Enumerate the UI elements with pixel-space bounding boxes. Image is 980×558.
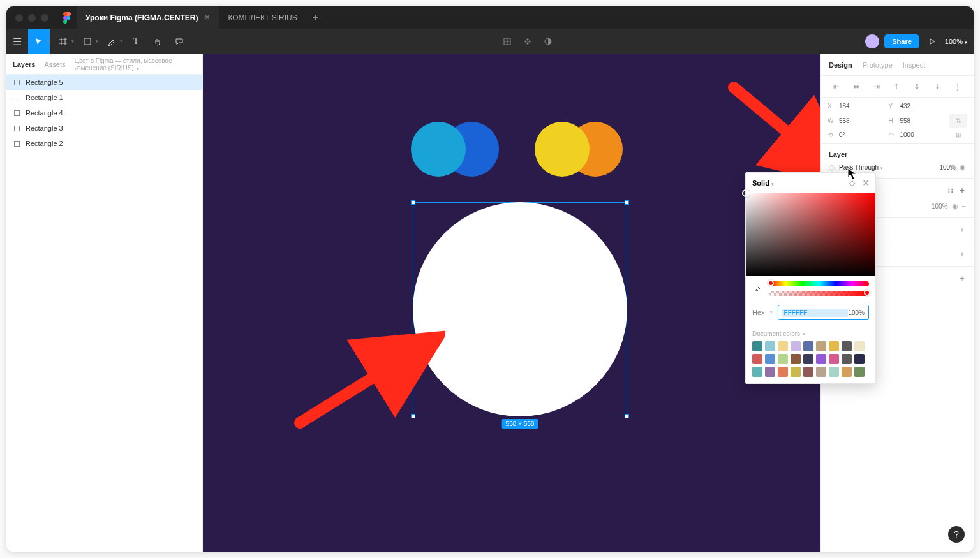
x-field[interactable]: X184 (828, 103, 885, 110)
eye-icon[interactable]: ◉ (952, 202, 958, 210)
color-swatch[interactable] (791, 354, 801, 364)
mask-icon[interactable] (539, 29, 557, 54)
align-bottom-icon[interactable]: ⤓ (934, 82, 940, 91)
add-icon[interactable]: ＋ (953, 249, 966, 260)
close-icon[interactable]: ✕ (204, 13, 210, 22)
add-icon[interactable]: ＋ (953, 224, 966, 235)
hand-tool[interactable] (147, 29, 168, 54)
move-tool[interactable] (28, 29, 50, 54)
shape-yellow[interactable] (535, 122, 590, 177)
canvas[interactable]: 558 × 558 (203, 54, 820, 552)
color-swatch[interactable] (854, 367, 865, 377)
rotation-field[interactable]: ⟲0° (828, 131, 885, 138)
fill-opacity-field[interactable]: 100% (932, 203, 948, 210)
color-swatch[interactable] (803, 367, 813, 377)
tab-inspect[interactable]: Inspect (903, 61, 925, 69)
figma-logo-icon[interactable] (57, 12, 77, 24)
radius-expand-icon[interactable]: ⊞ (949, 131, 967, 138)
styles-icon[interactable]: ◇ (849, 179, 855, 187)
radius-field[interactable]: ◠1000 (889, 131, 946, 138)
alpha-slider[interactable] (769, 291, 869, 296)
align-hcenter-icon[interactable]: ⇔ (853, 82, 859, 91)
color-swatch[interactable] (765, 341, 775, 351)
color-swatch[interactable] (854, 341, 865, 351)
color-swatch[interactable] (752, 367, 762, 377)
distribute-icon[interactable]: ⋮ (954, 82, 961, 91)
page-name[interactable]: Цвет в Figma — стили, массовое изменение… (75, 57, 197, 71)
color-swatch[interactable] (803, 341, 813, 351)
color-swatch[interactable] (778, 367, 788, 377)
color-swatch[interactable] (791, 367, 801, 377)
tab-prototype[interactable]: Prototype (863, 61, 893, 69)
comment-tool[interactable] (168, 29, 190, 54)
color-swatch[interactable] (854, 354, 865, 364)
color-swatch[interactable] (752, 341, 762, 351)
color-swatch[interactable] (752, 354, 762, 364)
color-swatch[interactable] (765, 354, 775, 364)
color-swatch[interactable] (842, 341, 852, 351)
shape-tool[interactable] (77, 29, 98, 54)
close-icon[interactable]: ✕ (863, 179, 869, 187)
color-swatch[interactable] (829, 367, 839, 377)
layer-item[interactable]: Rectangle 1 (6, 90, 202, 105)
tab-inactive[interactable]: КОМПЛЕКТ SIRIUS (219, 6, 306, 29)
color-swatch[interactable] (816, 367, 826, 377)
add-icon[interactable]: ＋ (953, 273, 966, 284)
add-icon[interactable]: ＋ (953, 185, 966, 196)
eye-icon[interactable]: ◉ (960, 163, 966, 172)
document-colors-label[interactable]: Document colors▾ (752, 330, 869, 337)
frame-tool[interactable] (52, 29, 74, 54)
tab-layers[interactable]: Layers (13, 61, 35, 68)
h-field[interactable]: H558 (889, 117, 946, 124)
align-right-icon[interactable]: ⇥ (873, 82, 880, 91)
color-swatch[interactable] (791, 341, 801, 351)
color-swatch[interactable] (829, 341, 839, 351)
pen-tool[interactable] (101, 29, 122, 54)
tab-assets[interactable]: Assets (44, 61, 65, 68)
share-button[interactable]: Share (884, 34, 919, 48)
layer-item[interactable]: Rectangle 3 (6, 121, 202, 136)
w-field[interactable]: W558 (828, 117, 885, 124)
blend-mode-icon[interactable]: ◌ (829, 163, 835, 172)
layer-opacity-field[interactable]: 100% (930, 164, 956, 171)
color-swatch[interactable] (829, 354, 839, 364)
component-icon[interactable] (519, 29, 537, 54)
layer-item[interactable]: Rectangle 2 (6, 136, 202, 151)
style-icon[interactable]: ∷ (943, 186, 953, 195)
color-swatch[interactable] (803, 354, 813, 364)
hue-slider[interactable] (769, 281, 869, 286)
help-button[interactable]: ? (948, 526, 965, 543)
y-field[interactable]: Y432 (889, 103, 946, 110)
color-swatch[interactable] (816, 341, 826, 351)
align-icon[interactable] (498, 29, 516, 54)
avatar[interactable] (865, 34, 879, 48)
text-tool[interactable]: T (125, 29, 147, 54)
color-swatch[interactable] (778, 354, 788, 364)
blend-mode-select[interactable]: Pass Through ▾ (839, 164, 926, 171)
eyedropper-icon[interactable] (752, 283, 764, 295)
hex-input[interactable]: FFFFFF 100% (778, 305, 869, 320)
new-tab-button[interactable]: + (306, 12, 325, 24)
color-swatch[interactable] (816, 354, 826, 364)
tab-design[interactable]: Design (829, 61, 852, 69)
layer-item[interactable]: Rectangle 4 (6, 105, 202, 121)
menu-icon[interactable]: ☰ (6, 29, 28, 54)
layer-item[interactable]: Rectangle 5 (6, 75, 202, 90)
present-icon[interactable] (924, 29, 940, 54)
tab-active[interactable]: Уроки Figma (FIGMA.CENTER) ✕ (77, 6, 219, 29)
align-left-icon[interactable]: ⇤ (833, 82, 840, 91)
color-swatch[interactable] (842, 354, 852, 364)
shape-white[interactable] (413, 202, 627, 416)
color-swatch[interactable] (778, 341, 788, 351)
align-vcenter-icon[interactable]: ⇕ (914, 82, 920, 91)
color-swatch[interactable] (842, 367, 852, 377)
saturation-value-area[interactable] (746, 193, 875, 276)
align-top-icon[interactable]: ⤒ (893, 82, 900, 91)
paint-type-select[interactable]: Solid ▾ (752, 179, 774, 187)
shape-cyan[interactable] (411, 122, 466, 177)
zoom-level[interactable]: 100% ▾ (945, 38, 967, 45)
constrain-icon[interactable]: ⇅ (949, 114, 967, 128)
layer-section-head: Layer (829, 151, 966, 158)
color-swatch[interactable] (765, 367, 775, 377)
remove-icon[interactable]: − (962, 202, 966, 210)
